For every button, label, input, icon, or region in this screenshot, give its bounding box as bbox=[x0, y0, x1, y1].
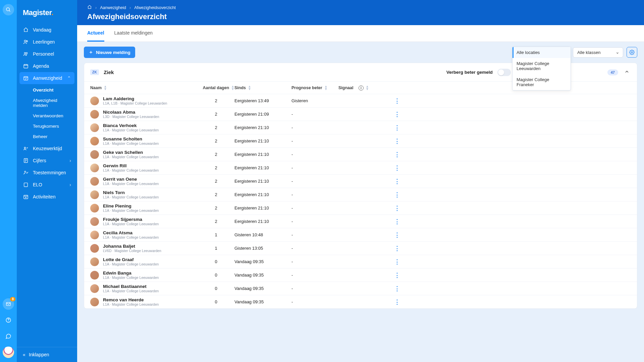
col-prognosis[interactable]: Prognose beter▲▼ bbox=[291, 85, 338, 90]
row-actions-button[interactable]: ⋮ bbox=[392, 206, 402, 210]
sidebar-item-cijfers[interactable]: Cijfers› bbox=[19, 155, 74, 167]
student-name: Gerrit van Oene bbox=[103, 177, 159, 182]
row-actions-button[interactable]: ⋮ bbox=[392, 300, 402, 304]
chevron-right-icon: › bbox=[129, 5, 131, 10]
toestemmingen-icon bbox=[23, 170, 29, 175]
sidebar-item-activiteiten[interactable]: Activiteiten bbox=[19, 191, 74, 203]
person-cell[interactable]: Johanna BaljetLV6D · Magister College Le… bbox=[90, 244, 198, 253]
person-cell[interactable]: Eline PieningL1A · Magister College Leeu… bbox=[90, 203, 198, 213]
chevron-up-icon: ⌃ bbox=[67, 75, 71, 81]
row-actions-button[interactable]: ⋮ bbox=[392, 233, 402, 237]
student-avatar bbox=[90, 123, 99, 132]
help-icon[interactable] bbox=[3, 314, 14, 326]
sidebar-item-toestemmingen[interactable]: Toestemmingen bbox=[19, 167, 74, 179]
since-cell: Eergisteren 21:10 bbox=[234, 138, 291, 143]
col-days[interactable]: Aantal dagen▲▼ bbox=[198, 85, 234, 90]
days-cell: 0 bbox=[198, 259, 234, 264]
row-actions-button[interactable]: ⋮ bbox=[392, 220, 402, 223]
days-cell: 2 bbox=[198, 165, 234, 170]
days-cell: 2 bbox=[198, 125, 234, 130]
col-since[interactable]: Sinds▲▼ bbox=[234, 85, 291, 90]
row-actions-button[interactable]: ⋮ bbox=[392, 139, 402, 143]
days-cell: 0 bbox=[198, 299, 234, 304]
person-cell[interactable]: Lotte de GraafL1A · Magister College Lee… bbox=[90, 257, 198, 266]
settings-button[interactable] bbox=[627, 47, 637, 58]
student-avatar bbox=[90, 298, 99, 306]
row-actions-button[interactable]: ⋮ bbox=[392, 274, 402, 277]
breadcrumb-level2[interactable]: Afwezigheidsoverzicht bbox=[134, 5, 176, 10]
sidebar-item-elo[interactable]: ELO› bbox=[19, 179, 74, 191]
mail-icon[interactable]: 8 bbox=[3, 298, 14, 310]
sidebar-item-label: Agenda bbox=[33, 63, 49, 69]
class-dropdown[interactable]: Alle klassen bbox=[573, 47, 623, 58]
sidebar-nav: VandaagLeerlingenPersoneelAgendaAanwezig… bbox=[17, 24, 77, 347]
sidebar-subitem-overzicht[interactable]: Overzicht bbox=[19, 85, 74, 95]
prognosis-cell: - bbox=[291, 286, 338, 291]
sidebar-subitem-verantwoorden[interactable]: Verantwoorden bbox=[19, 111, 74, 121]
person-cell[interactable]: Lam AalderingL1A, L1B · Magister College… bbox=[90, 96, 198, 105]
hide-reported-label: Verberg beter gemeld bbox=[446, 70, 493, 75]
student-meta: L3D · Magister College Leeuwarden bbox=[103, 115, 159, 119]
row-actions-button[interactable]: ⋮ bbox=[392, 260, 402, 263]
tab-laatste-meldingen[interactable]: Laatste meldingen bbox=[114, 25, 153, 42]
svg-point-8 bbox=[26, 52, 28, 54]
svg-line-1 bbox=[9, 10, 10, 11]
chat-icon[interactable] bbox=[3, 330, 14, 342]
row-actions-button[interactable]: ⋮ bbox=[392, 193, 402, 196]
home-icon[interactable] bbox=[87, 5, 92, 10]
person-cell[interactable]: Bianca VerhoekL1A · Magister College Lee… bbox=[90, 123, 198, 132]
row-actions-button[interactable]: ⋮ bbox=[392, 153, 402, 156]
days-cell: 2 bbox=[198, 138, 234, 143]
sidebar-item-keuzewerktijd[interactable]: Keuzewerktijd bbox=[19, 142, 74, 155]
table-row: Lotte de GraafL1A · Magister College Lee… bbox=[84, 255, 637, 268]
sidebar-item-personeel[interactable]: Personeel bbox=[19, 48, 74, 60]
new-report-button[interactable]: ＋ Nieuwe melding bbox=[84, 47, 135, 58]
sidebar-item-agenda[interactable]: Agenda bbox=[19, 60, 74, 72]
main-column: › Aanwezigheid › Afwezigheidsoverzicht A… bbox=[77, 0, 644, 362]
location-option[interactable]: Magister College Franeker bbox=[513, 74, 571, 90]
person-cell[interactable]: Remco van HeerdeL1A · Magister College L… bbox=[90, 297, 198, 306]
row-actions-button[interactable]: ⋮ bbox=[392, 166, 402, 170]
hide-reported-toggle[interactable] bbox=[497, 69, 511, 76]
sidebar-item-vandaag[interactable]: Vandaag bbox=[19, 24, 74, 36]
sidebar-item-label: Leerlingen bbox=[33, 39, 55, 45]
row-actions-button[interactable]: ⋮ bbox=[392, 126, 402, 129]
sidebar-item-aanwezigheid[interactable]: Aanwezigheid⌃ bbox=[19, 72, 74, 84]
person-cell[interactable]: Geke van SchellenL1A · Magister College … bbox=[90, 150, 198, 159]
person-cell[interactable]: Froukje SijpersmaL1A · Magister College … bbox=[90, 217, 198, 226]
student-name: Geke van Schellen bbox=[103, 150, 159, 155]
row-actions-button[interactable]: ⋮ bbox=[392, 99, 402, 103]
tab-actueel[interactable]: Actueel bbox=[87, 25, 104, 42]
info-icon[interactable]: i bbox=[359, 85, 364, 90]
sidebar-subitem-afw-melden[interactable]: Afwezigheid melden bbox=[19, 95, 74, 111]
person-cell[interactable]: Cecilia AtsmaL1A · Magister College Leeu… bbox=[90, 230, 198, 239]
row-actions-button[interactable]: ⋮ bbox=[392, 113, 402, 116]
person-cell[interactable]: Michael BastiaannetL1A · Magister Colleg… bbox=[90, 284, 198, 293]
topbar: › Aanwezigheid › Afwezigheidsoverzicht A… bbox=[77, 0, 644, 25]
location-option[interactable]: Alle locaties bbox=[513, 47, 571, 58]
student-name: Bianca Verhoek bbox=[103, 123, 159, 128]
sidebar-subitem-terugkomers[interactable]: Terugkomers bbox=[19, 121, 74, 131]
person-cell[interactable]: Niels TornL1A · Magister College Leeuwar… bbox=[90, 190, 198, 199]
row-actions-button[interactable]: ⋮ bbox=[392, 180, 402, 183]
collapse-sidebar-button[interactable]: « Inklappen bbox=[17, 347, 77, 362]
breadcrumb-level1[interactable]: Aanwezigheid bbox=[100, 5, 126, 10]
person-cell[interactable]: Susanne ScholtenL1A · Magister College L… bbox=[90, 136, 198, 145]
since-cell: Gisteren 10:48 bbox=[234, 232, 291, 237]
sidebar-item-leerlingen[interactable]: Leerlingen bbox=[19, 36, 74, 48]
sidebar-subitem-beheer[interactable]: Beheer bbox=[19, 131, 74, 142]
person-cell[interactable]: Gerrit van OeneL1A · Magister College Le… bbox=[90, 177, 198, 186]
user-avatar[interactable] bbox=[3, 347, 14, 358]
col-signal[interactable]: Signaal i▲▼ bbox=[338, 85, 392, 90]
location-option[interactable]: Magister College Leeuwarden bbox=[513, 58, 571, 74]
person-cell[interactable]: Nicolaas AbmaL3D · Magister College Leeu… bbox=[90, 110, 198, 119]
collapse-card-button[interactable] bbox=[623, 68, 631, 77]
col-name[interactable]: Naam▲▼ bbox=[90, 85, 198, 90]
row-actions-button[interactable]: ⋮ bbox=[392, 287, 402, 290]
person-cell[interactable]: Edwin BangaL1A · Magister College Leeuwa… bbox=[90, 270, 198, 280]
sidebar-item-label: Toestemmingen bbox=[33, 170, 66, 175]
person-cell[interactable]: Gerwin RillL1A · Magister College Leeuwa… bbox=[90, 163, 198, 172]
search-icon[interactable] bbox=[3, 4, 14, 15]
days-cell: 2 bbox=[198, 205, 234, 210]
row-actions-button[interactable]: ⋮ bbox=[392, 247, 402, 250]
